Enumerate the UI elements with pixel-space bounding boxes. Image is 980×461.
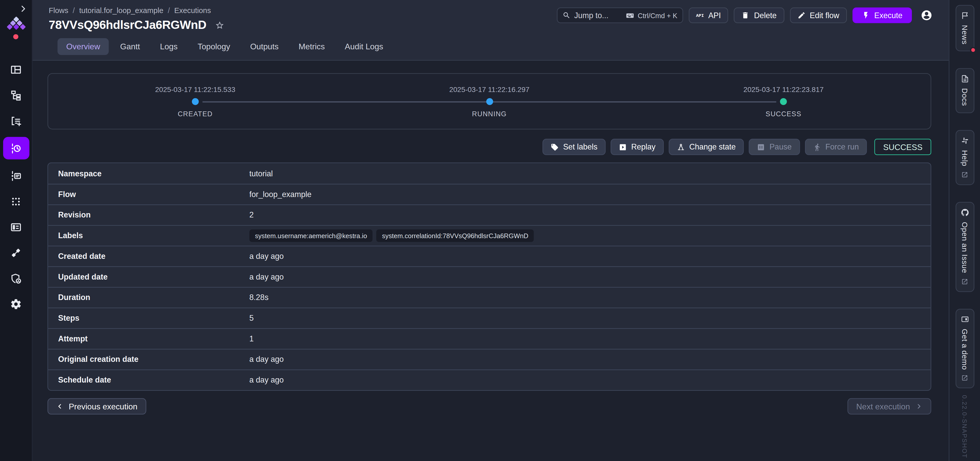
delete-button[interactable]: Delete xyxy=(734,7,784,23)
detail-row-schedule-date: Schedule datea day ago xyxy=(48,370,931,390)
tab-metrics[interactable]: Metrics xyxy=(290,38,334,55)
sidebar-item-list-plus[interactable] xyxy=(3,111,29,130)
jump-to-search[interactable]: Ctrl/Cmd + K xyxy=(557,7,683,23)
detail-value: a day ago xyxy=(249,355,931,364)
breadcrumb-item-flows[interactable]: Flows xyxy=(49,6,68,15)
tab-overview[interactable]: Overview xyxy=(57,38,109,55)
dots-grid-icon xyxy=(10,196,22,207)
timeline-timestamp: 2025-03-17 11:22:23.817 xyxy=(743,85,824,93)
timeline-stop-running: 2025-03-17 11:22:16.297RUNNING xyxy=(342,74,636,129)
execute-button[interactable]: Execute xyxy=(852,7,912,23)
change-state-button[interactable]: Change state xyxy=(668,139,744,155)
chevron-right-icon xyxy=(915,402,923,410)
detail-label: Updated date xyxy=(48,273,249,281)
sidebar-item-card-bulleted[interactable] xyxy=(3,217,29,236)
previous-execution-button[interactable]: Previous execution xyxy=(48,398,146,415)
side-button-docs[interactable]: Docs xyxy=(955,68,974,113)
tab-gantt[interactable]: Gantt xyxy=(111,38,149,55)
edit-flow-button[interactable]: Edit flow xyxy=(790,7,846,23)
detail-row-labels: Labelssystem.username:aemerich@kestra.io… xyxy=(48,225,931,246)
sidebar-item-timeline-clock[interactable] xyxy=(3,137,29,160)
search-shortcut: Ctrl/Cmd + K xyxy=(626,11,677,20)
set-labels-label: Set labels xyxy=(563,143,597,151)
sidebar-item-shield-account[interactable] xyxy=(3,269,29,287)
app-window: Flows/tutorial.for_loop_example/Executio… xyxy=(0,0,980,461)
star-outline-icon[interactable] xyxy=(215,21,224,30)
detail-label: Revision xyxy=(48,211,249,219)
card-bulleted-icon xyxy=(10,221,22,233)
detail-value: a day ago xyxy=(249,273,931,281)
timeline-dot xyxy=(192,98,199,105)
set-labels-button[interactable]: Set labels xyxy=(542,139,606,155)
file-document-icon xyxy=(960,75,969,83)
detail-value: a day ago xyxy=(249,252,931,261)
connection-icon xyxy=(10,247,22,258)
file-tree-icon xyxy=(10,89,22,101)
sidebar-item-view-dashboard[interactable] xyxy=(3,60,29,79)
pencil-icon xyxy=(797,11,805,19)
side-button-open-an-issue[interactable]: Open an Issue xyxy=(955,202,974,292)
content: 2025-03-17 11:22:15.533CREATED2025-03-17… xyxy=(32,61,948,461)
timeline-stops: 2025-03-17 11:22:15.533CREATED2025-03-17… xyxy=(48,74,931,129)
detail-value: for_loop_example xyxy=(249,190,931,199)
timeline-state-label: RUNNING xyxy=(472,110,507,117)
breadcrumb-item-executions[interactable]: Executions xyxy=(174,6,211,15)
replay-button[interactable]: Replay xyxy=(611,139,664,155)
force-run-button[interactable]: Force run xyxy=(805,139,867,155)
list-plus-icon xyxy=(10,115,22,126)
side-button-label: Open an Issue xyxy=(960,222,969,273)
tab-audit-logs[interactable]: Audit Logs xyxy=(336,38,392,55)
detail-label: Duration xyxy=(48,293,249,302)
sidebar-item-timeline-text[interactable] xyxy=(3,166,29,185)
pause-button[interactable]: Pause xyxy=(749,139,800,155)
main-column: Flows/tutorial.for_loop_example/Executio… xyxy=(32,0,948,461)
sidebar-item-cog[interactable] xyxy=(3,294,29,313)
side-button-help[interactable]: Help xyxy=(955,130,974,185)
next-execution-button[interactable]: Next execution xyxy=(847,398,931,415)
open-in-new-icon xyxy=(961,278,968,285)
timeline-dot xyxy=(780,98,787,105)
change-state-label: Change state xyxy=(689,143,736,151)
sidebar-expand-chevron-icon[interactable] xyxy=(19,4,27,13)
topbar: Flows/tutorial.for_loop_example/Executio… xyxy=(32,0,948,61)
api-button[interactable]: API API xyxy=(689,7,729,23)
action-buttons: Set labelsReplayChange statePauseForce r… xyxy=(542,139,867,155)
detail-row-flow: Flowfor_loop_example xyxy=(48,184,931,204)
left-nav xyxy=(0,60,32,313)
detail-row-steps: Steps5 xyxy=(48,308,931,329)
chevron-left-icon xyxy=(56,402,64,410)
detail-row-namespace: Namespacetutorial xyxy=(48,163,931,184)
side-button-get-a-demo[interactable]: Get a demo xyxy=(955,309,974,388)
side-button-news[interactable]: News xyxy=(955,5,974,52)
breadcrumb-item-tutorial-for-loop-example[interactable]: tutorial.for_loop_example xyxy=(79,6,164,15)
force-run-label: Force run xyxy=(826,143,859,151)
state-machine-icon xyxy=(677,143,685,151)
left-sidebar xyxy=(0,0,32,461)
previous-execution-label: Previous execution xyxy=(69,402,137,411)
shield-account-icon xyxy=(10,272,22,284)
sidebar-item-connection[interactable] xyxy=(3,243,29,262)
trash-icon xyxy=(741,11,750,19)
execution-timeline: 2025-03-17 11:22:15.533CREATED2025-03-17… xyxy=(48,73,931,129)
tab-logs[interactable]: Logs xyxy=(151,38,186,55)
detail-label: Original creation date xyxy=(48,355,249,364)
tab-outputs[interactable]: Outputs xyxy=(242,38,287,55)
user-avatar[interactable] xyxy=(921,10,932,21)
search-input[interactable] xyxy=(574,11,622,20)
tab-topology[interactable]: Topology xyxy=(189,38,239,55)
side-button-label: News xyxy=(960,25,969,45)
side-button-label: Get a demo xyxy=(960,329,969,370)
timeline-dot xyxy=(486,98,493,105)
sidebar-item-file-tree[interactable] xyxy=(3,86,29,104)
sidebar-item-dots-grid[interactable] xyxy=(3,192,29,211)
label-chip: system.username:aemerich@kestra.io xyxy=(249,230,373,242)
open-in-new-icon xyxy=(961,375,968,381)
presentation-icon xyxy=(960,315,969,324)
side-button-label: Docs xyxy=(960,88,969,106)
page-title: 78VVsQ96hdlsrCJa6RGWnD xyxy=(49,18,207,32)
timeline-text-icon xyxy=(10,170,22,182)
detail-value: 5 xyxy=(249,314,931,322)
timeline-state-label: SUCCESS xyxy=(766,110,802,117)
breadcrumb-separator: / xyxy=(168,6,170,15)
detail-value: 8.28s xyxy=(249,293,931,302)
